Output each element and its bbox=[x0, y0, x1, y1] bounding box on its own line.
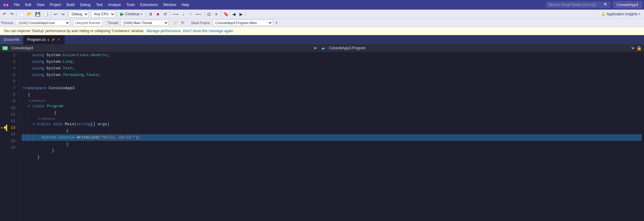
debug-toolbar: Process: [1032] ConsoleApp3.exe Lifecycl… bbox=[0, 19, 644, 27]
continue-button[interactable]: ▶ Continue ▾ bbox=[118, 11, 145, 17]
menu-file[interactable]: File bbox=[11, 2, 22, 8]
tab-program-cs-label: Program.cs bbox=[27, 38, 45, 42]
debug-arrow-icon: ➡ bbox=[1, 126, 3, 131]
code-line-5: using System.Threading.Tasks; bbox=[22, 72, 642, 78]
toolbar-sep-3 bbox=[67, 11, 68, 17]
filter-btn[interactable]: ⚡ bbox=[172, 20, 179, 26]
save-all-button[interactable]: 📑 bbox=[42, 11, 50, 17]
code-editor[interactable]: ➡ 💡 bbox=[0, 52, 644, 221]
info-message: You can improve 'Startup' performance by… bbox=[4, 29, 144, 33]
nav-member-icon: 🐟 bbox=[321, 46, 325, 50]
gutter-12 bbox=[0, 118, 6, 125]
thread-dropdown[interactable]: [1056] Main Thread bbox=[121, 20, 169, 26]
tab-dockerfile-label: Dockerfile bbox=[4, 38, 20, 42]
menu-tools[interactable]: Tools bbox=[124, 2, 137, 8]
toolbar-sep-8 bbox=[221, 11, 221, 17]
gutter-10 bbox=[0, 105, 6, 111]
code-lines[interactable]: using System.Collections.Generic; using … bbox=[19, 52, 644, 221]
tab-dockerfile[interactable]: Dockerfile bbox=[0, 35, 23, 44]
step-back-btn[interactable]: ⟵ bbox=[195, 11, 203, 17]
step-into-btn[interactable]: ↓ bbox=[180, 11, 187, 17]
toolbar-sep-7 bbox=[204, 11, 205, 17]
vs-logo: VS bbox=[2, 2, 9, 8]
gutter-16 bbox=[0, 144, 6, 151]
tab-program-cs[interactable]: Program.cs ● 📌 ✕ bbox=[23, 35, 64, 44]
gutter-6 bbox=[0, 78, 6, 85]
breakpoints-btn[interactable]: ⊡ bbox=[206, 11, 212, 17]
lightbulb-icon: 💡 bbox=[601, 12, 605, 16]
ln-7: 7 bbox=[10, 85, 15, 92]
thread-label: Thread: bbox=[107, 21, 119, 25]
ln-12: 12 bbox=[10, 118, 15, 125]
step-over-btn[interactable]: ⟶ bbox=[171, 11, 180, 17]
toolbar-sep-4 bbox=[116, 11, 117, 17]
dismiss-link[interactable]: Don't show this message again bbox=[183, 29, 233, 33]
search-input[interactable] bbox=[548, 3, 602, 7]
ln-8: 8 bbox=[10, 92, 15, 98]
lifecycle-events-btn[interactable]: Lifecycle Events ▾ bbox=[73, 20, 103, 26]
tab-close-btn[interactable]: ✕ bbox=[57, 38, 61, 42]
menu-project[interactable]: Project bbox=[48, 2, 63, 8]
debug-config-dropdown[interactable]: Debug bbox=[69, 11, 89, 17]
code-line-15: } bbox=[22, 147, 642, 154]
member-dropdown[interactable]: ConsoleApp3.Program bbox=[327, 45, 635, 51]
prev-bookmark-btn[interactable]: ◀ bbox=[230, 11, 237, 17]
app-insights-arrow: ▾ bbox=[639, 13, 640, 16]
menu-analyze[interactable]: Analyze bbox=[106, 2, 123, 8]
ln-14: 14 bbox=[10, 131, 15, 138]
manage-performance-link[interactable]: Manage performance bbox=[146, 29, 181, 33]
new-file-button[interactable]: 📄 bbox=[18, 11, 25, 17]
gutter-2 bbox=[0, 52, 6, 59]
line-numbers: 2 3 4 5 6 7 8 9 10 11 12 13 14 15 16 bbox=[7, 52, 19, 221]
code-line-9: ⊟class Program bbox=[22, 103, 642, 110]
back-button[interactable]: ↶ bbox=[1, 11, 8, 17]
toolbar-sep-1 bbox=[16, 11, 17, 17]
restart-btn[interactable]: ↺ bbox=[162, 11, 168, 17]
search-icon: 🔍 bbox=[604, 3, 608, 7]
code-line-14: } bbox=[22, 141, 642, 147]
ref-label-11: 0 references bbox=[22, 116, 642, 121]
cs-class-icon: C# bbox=[2, 46, 8, 50]
stop-btn[interactable]: ■ bbox=[155, 11, 161, 17]
menu-edit[interactable]: Edit bbox=[23, 2, 34, 8]
menu-extensions[interactable]: Extensions bbox=[138, 2, 160, 8]
menu-test[interactable]: Test bbox=[94, 2, 105, 8]
forward-button[interactable]: ↷ bbox=[8, 11, 15, 17]
redo-button[interactable]: ↪ bbox=[60, 11, 66, 17]
platform-dropdown[interactable]: Any CPU bbox=[91, 11, 115, 17]
ln-5: 5 bbox=[10, 72, 15, 78]
menu-bar: VS File Edit View Project Build Debug Te… bbox=[0, 0, 644, 10]
thread-flags-btn[interactable]: 🏳 bbox=[180, 20, 186, 26]
toolbar-sep-6 bbox=[170, 11, 170, 17]
gutter-14 bbox=[0, 131, 6, 138]
menu-build[interactable]: Build bbox=[64, 2, 77, 8]
ln-4: 4 bbox=[10, 65, 15, 72]
gutter-8 bbox=[0, 92, 6, 98]
account-button[interactable]: ConsoleApp3 bbox=[613, 2, 642, 8]
code-line-13: System.Console.WriteLine("Hello, world!"… bbox=[22, 134, 642, 141]
app-insights-button[interactable]: 💡 Application Insights ▾ bbox=[599, 11, 643, 17]
code-line-3: using System.Linq; bbox=[22, 59, 642, 65]
undo-button[interactable]: ↩ bbox=[52, 11, 59, 17]
menu-help[interactable]: Help bbox=[179, 2, 191, 8]
open-button[interactable]: 📂 bbox=[26, 11, 33, 17]
toolbar-sep-9 bbox=[245, 11, 246, 17]
save-button[interactable]: 💾 bbox=[34, 11, 42, 17]
menu-window[interactable]: Window bbox=[161, 2, 179, 8]
toolbar-sep-5 bbox=[146, 11, 146, 17]
stackframe-dropdown[interactable]: ConsoleApp3.Program.Main bbox=[213, 20, 273, 26]
namespace-dropdown[interactable]: ConsoleApp3 bbox=[9, 45, 318, 51]
stackframe-expand-btn[interactable]: ▾ bbox=[273, 20, 280, 26]
code-container: ➡ 💡 bbox=[0, 52, 644, 221]
menu-view[interactable]: View bbox=[34, 2, 47, 8]
bookmark-btn[interactable]: 🔖 bbox=[222, 11, 230, 17]
show-threads-btn[interactable]: ≡ bbox=[213, 11, 220, 17]
step-out-btn[interactable]: ↑ bbox=[187, 11, 194, 17]
menu-debug[interactable]: Debug bbox=[78, 2, 93, 8]
gutter-13: ➡ 💡 bbox=[0, 125, 6, 131]
ref-label-9: 0 references bbox=[22, 98, 642, 103]
ln-15: 15 bbox=[10, 138, 15, 144]
next-bookmark-btn[interactable]: ▶ bbox=[238, 11, 244, 17]
process-dropdown[interactable]: [1032] ConsoleApp3.exe bbox=[16, 20, 70, 26]
pause-btn[interactable]: ⏸ bbox=[147, 11, 154, 17]
